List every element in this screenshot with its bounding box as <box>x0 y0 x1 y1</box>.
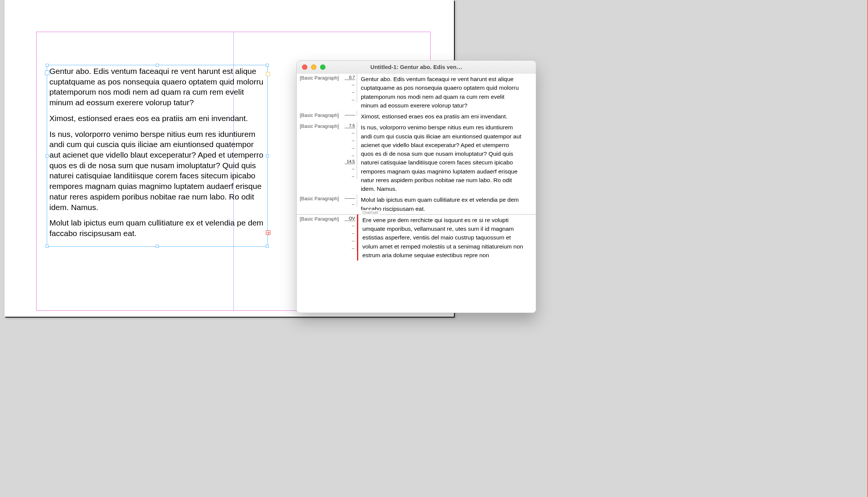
paragraph-depth-value <box>345 115 355 115</box>
story-text[interactable]: Ximost, estionsed eraes eos ea pratiis a… <box>357 111 536 122</box>
line-continuation-mark <box>339 95 355 103</box>
line-continuation-mark <box>339 128 355 136</box>
frame-handle-top-middle[interactable] <box>156 64 159 67</box>
line-continuation-mark <box>339 221 355 229</box>
story-text-line[interactable]: naturei catisquiae landitiisque corem fa… <box>361 158 532 167</box>
frame-out-port-overset[interactable] <box>266 230 270 235</box>
line-continuation-mark <box>339 151 355 158</box>
line-continuation-mark <box>339 143 355 151</box>
line-continuation-mark <box>339 244 355 251</box>
story-text-line[interactable]: Gentur abo. Edis ventum faceaqui re vent… <box>361 75 532 83</box>
story-text[interactable]: Ere vene pre dem rerchicte qui isquunt e… <box>357 215 536 261</box>
story-text-line[interactable]: minum ad eossum exerere volorup tatur? <box>361 101 532 110</box>
window-minimize-button[interactable] <box>311 64 316 70</box>
overset-bar <box>357 215 358 261</box>
story-editor-titlebar[interactable]: Untitled-1: Gentur abo. Edis ven… <box>297 61 536 74</box>
story-text-line[interactable]: umquate mporibus, vellamusant re, utes s… <box>362 224 532 233</box>
text-frame-paragraph[interactable]: Is nus, volorporro venimo berspe nitius … <box>49 129 266 213</box>
text-frame-paragraph[interactable]: Gentur abo. Edis ventum faceaqui re vent… <box>49 66 266 108</box>
story-text-line[interactable]: Molut lab ipictus eum quam cullitiature … <box>361 195 532 204</box>
line-continuation-mark <box>339 164 355 172</box>
frame-handle-top-left[interactable] <box>46 64 49 67</box>
text-frame[interactable]: Gentur abo. Edis ventum faceaqui re vent… <box>47 65 268 247</box>
story-text-line[interactable]: andi cum qui cuscia quis iliciae am eiun… <box>361 132 532 141</box>
story-editor-body[interactable]: [Basic Paragraph]0.7Gentur abo. Edis ven… <box>297 74 536 313</box>
story-editor-window[interactable]: Untitled-1: Gentur abo. Edis ven… [Basic… <box>296 60 536 313</box>
line-continuation-mark <box>339 136 355 143</box>
story-info-column: 0.7 <box>339 74 357 103</box>
story-text[interactable]: Molut lab ipictus eum quam cullitiature … <box>357 194 536 214</box>
paragraph-depth-value <box>345 198 355 199</box>
text-frame-paragraph[interactable]: Ximost, estionsed eraes eos ea pratiis a… <box>49 113 266 124</box>
story-text-line[interactable]: ptatemporum nos modi nem ad quam ra cum … <box>361 92 532 101</box>
story-info-column: OV <box>339 215 357 251</box>
overset-indicator: OV <box>345 216 355 221</box>
text-frame-paragraph[interactable]: Molut lab ipictus eum quam cullitiature … <box>49 218 266 238</box>
frame-handle-bottom-right[interactable] <box>266 245 269 248</box>
story-text-line[interactable]: cuptatquame as pos nonsequia quaero opta… <box>361 83 532 92</box>
paragraph-depth-value: 7.5 <box>345 123 355 128</box>
story-info-column: 7.514.5 <box>339 122 357 179</box>
paragraph-style-name[interactable]: [Basic Paragraph] <box>297 74 339 81</box>
line-continuation-mark <box>339 236 355 244</box>
story-text-line[interactable]: volum amet et remped molestiis ut a seni… <box>362 242 532 251</box>
story-info-column <box>339 194 357 207</box>
story-paragraph-row: [Basic Paragraph]7.514.5Is nus, volorpor… <box>297 122 536 194</box>
paragraph-depth-value: 0.7 <box>345 75 355 80</box>
line-continuation-mark <box>339 80 355 87</box>
frame-thread-indicator[interactable] <box>266 72 270 76</box>
overset-label: Overset <box>361 210 380 215</box>
frame-handle-bottom-left[interactable] <box>46 245 49 248</box>
line-continuation-mark <box>339 199 355 207</box>
story-text-line[interactable]: Ere vene pre dem rerchicte qui isquunt e… <box>362 216 532 224</box>
story-editor-title: Untitled-1: Gentur abo. Edis ven… <box>297 64 536 70</box>
story-paragraph-row: [Basic Paragraph]Ximost, estionsed eraes… <box>297 111 536 122</box>
story-text[interactable]: Gentur abo. Edis ventum faceaqui re vent… <box>357 74 536 111</box>
frame-handle-middle-right[interactable] <box>266 154 269 157</box>
story-text[interactable]: Is nus, volorporro venimo berspe nitius … <box>357 122 536 194</box>
story-paragraph-row: [Basic Paragraph]OVEre vene pre dem rerc… <box>297 215 536 261</box>
window-traffic-lights <box>297 64 325 70</box>
story-text-line[interactable]: Ximost, estionsed eraes eos ea pratiis a… <box>361 112 532 121</box>
paragraph-style-name[interactable]: [Basic Paragraph] <box>297 215 339 222</box>
line-continuation-mark <box>339 172 355 179</box>
paragraph-depth-value: 14.5 <box>345 159 355 164</box>
paragraph-style-name[interactable]: [Basic Paragraph] <box>297 111 339 119</box>
paragraph-style-name[interactable]: [Basic Paragraph] <box>297 122 339 130</box>
window-close-button[interactable] <box>302 64 307 70</box>
story-text-line[interactable]: quos es di de nosa sum que nusam imolupt… <box>361 149 532 158</box>
frame-handle-bottom-middle[interactable] <box>156 245 159 248</box>
line-continuation-mark <box>339 87 355 95</box>
story-text-line[interactable]: rempores magnam quias magnimo luptatem a… <box>361 167 532 176</box>
window-zoom-button[interactable] <box>320 64 325 70</box>
story-text-line[interactable]: idem. Namus. <box>361 184 532 193</box>
story-paragraph-row: [Basic Paragraph]Molut lab ipictus eum q… <box>297 194 536 214</box>
story-text-line[interactable]: faccabo riscipsusam eat. <box>361 204 532 213</box>
frame-handle-top-right[interactable] <box>266 64 269 67</box>
story-text-line[interactable]: Is nus, volorporro venimo berspe nitius … <box>361 123 532 132</box>
story-text-line[interactable]: estrum aria dolume sequiae estectibus re… <box>362 251 532 259</box>
paragraph-style-name[interactable]: [Basic Paragraph] <box>297 194 339 202</box>
story-info-column <box>339 111 357 116</box>
frame-handle-middle-left[interactable] <box>46 154 49 157</box>
line-continuation-mark <box>339 229 355 236</box>
story-text-line[interactable]: natur reres aspidem poribus nobitae rae … <box>361 176 532 184</box>
frame-in-port[interactable] <box>45 71 49 75</box>
story-text-line[interactable]: estistias asperfere, ventiis del maio cu… <box>362 233 532 242</box>
story-text-line[interactable]: acienet que vidello blaut exceperatur? A… <box>361 141 532 149</box>
story-paragraph-row: [Basic Paragraph]0.7Gentur abo. Edis ven… <box>297 74 536 111</box>
